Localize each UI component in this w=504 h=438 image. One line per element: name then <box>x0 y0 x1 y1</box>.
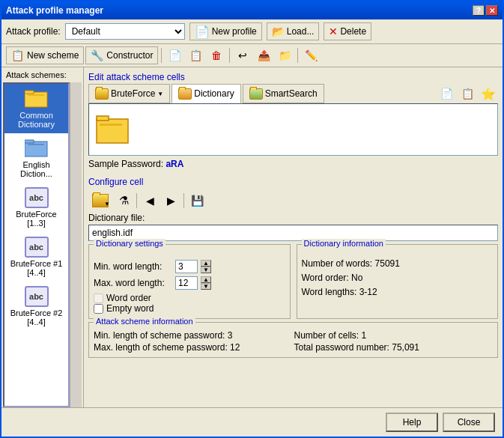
attack-tabs: BruteForce ▼ Dictionary SmartSearch 📄 <box>88 84 498 103</box>
nav-left-button[interactable]: ◀ <box>140 192 160 210</box>
load-icon: 📂 <box>272 25 285 37</box>
delete-cell-icon: ⭐ <box>481 87 496 101</box>
bottom-bar: Help Close <box>1 407 503 437</box>
dictionary-settings-box: Dictionary settings Min. word length: ▲ … <box>88 244 291 319</box>
configure-toolbar: ▼ ⚗ ◀ ▶ 💾 <box>88 192 498 210</box>
word-order-text: Word order: No <box>302 271 494 285</box>
min-word-spinner: ▲ ▼ <box>201 260 211 273</box>
edit-section-title: Edit attack scheme cells <box>88 72 498 82</box>
help-button[interactable]: Help <box>386 413 438 432</box>
min-word-down-btn[interactable]: ▼ <box>201 267 211 273</box>
nav-right-icon: ▶ <box>167 195 175 207</box>
open-dict-button[interactable]: ▼ <box>88 192 112 210</box>
svg-rect-5 <box>28 144 44 145</box>
list-item[interactable]: abc BruteForce #1[4..4] <box>4 232 68 282</box>
folder-blue-icon <box>25 138 49 159</box>
tab-smartsearch[interactable]: SmartSearch <box>243 84 324 103</box>
delete-scheme-button[interactable]: 🗑 <box>207 46 226 64</box>
constructor-button[interactable]: 🔧 Constructor <box>85 46 158 64</box>
max-word-up-btn[interactable]: ▲ <box>201 276 211 283</box>
max-word-row: Max. word length: ▲ ▼ <box>94 276 285 290</box>
num-words-text: Number of words: 75091 <box>302 257 494 271</box>
dict-settings-title: Dictionary settings <box>94 239 166 248</box>
scheme-item-label: BruteForce #1[4..4] <box>10 259 63 277</box>
attack-profile-label: Attack profile: <box>6 26 61 37</box>
empty-word-checkbox[interactable] <box>94 304 103 314</box>
svg-rect-6 <box>97 119 128 143</box>
list-item[interactable]: abc BruteForce #2[4..4] <box>4 282 68 331</box>
min-word-row: Min. word length: ▲ ▼ <box>94 260 285 273</box>
save-icon: 💾 <box>191 195 204 207</box>
min-word-up-btn[interactable]: ▲ <box>201 260 211 267</box>
main-window: Attack profile manager ? ✕ Attack profil… <box>0 0 504 438</box>
filter-button[interactable]: ⚗ <box>114 192 133 210</box>
dict-file-section: Dictionary file: <box>88 213 498 241</box>
sep4 <box>136 193 137 208</box>
brute-force-2-icon: abc <box>25 286 49 307</box>
toolbar-row-1: Attack profile: Default 📄 New profile 📂 … <box>1 19 503 44</box>
nav-right-button[interactable]: ▶ <box>161 192 180 210</box>
right-panel: Edit attack scheme cells BruteForce ▼ Di… <box>84 67 503 407</box>
clone-button[interactable]: 📁 <box>275 46 294 64</box>
total-password-text: Total password number: 75,091 <box>294 342 494 353</box>
edit-button[interactable]: ✏️ <box>301 46 321 64</box>
min-word-input[interactable] <box>175 260 198 273</box>
delete-icon: ✕ <box>329 25 338 37</box>
close-button[interactable]: Close <box>443 413 495 432</box>
dict-file-label: Dictionary file: <box>88 213 498 223</box>
paste-cell-button[interactable]: 📋 <box>458 85 477 103</box>
new-scheme-icon: 📋 <box>11 49 24 61</box>
svg-rect-1 <box>25 91 34 94</box>
dropdown-arrow-icon: ▼ <box>157 91 163 97</box>
word-order-checkbox[interactable] <box>94 293 103 303</box>
paste-scheme-button[interactable]: 📋 <box>186 46 205 64</box>
new-scheme-button[interactable]: 📋 New scheme <box>6 46 84 64</box>
word-lengths-text: Word lengths: 3-12 <box>302 285 494 299</box>
copy-scheme-button[interactable]: 📄 <box>165 46 184 64</box>
scheme-list[interactable]: CommonDictionary EnglishDiction... ab <box>3 82 70 407</box>
edit-section: Edit attack scheme cells BruteForce ▼ Di… <box>88 72 498 172</box>
close-title-btn[interactable]: ✕ <box>486 5 498 16</box>
move-up-button[interactable]: ↩ <box>233 46 252 64</box>
move-down-button[interactable]: 📤 <box>254 46 273 64</box>
word-order-row: Word order <box>94 293 285 303</box>
profile-select[interactable]: Default <box>65 23 185 40</box>
min-scheme-length-text: Min. length of scheme password: 3 <box>94 330 293 341</box>
save-dict-button[interactable]: 💾 <box>187 192 207 210</box>
left-panel: Attack schemes: CommonDictionary <box>1 67 84 407</box>
move-up-icon: ↩ <box>238 49 247 61</box>
settings-row: Dictionary settings Min. word length: ▲ … <box>88 244 498 319</box>
list-item[interactable]: EnglishDiction... <box>4 133 68 183</box>
constructor-icon: 🔧 <box>91 49 103 61</box>
max-scheme-length-text: Max. length of scheme password: 12 <box>94 342 293 353</box>
num-cells-text: Number of cells: 1 <box>294 330 494 341</box>
list-item[interactable]: abc BruteForce[1..3] <box>4 183 68 232</box>
scheme-scrollbar[interactable] <box>70 82 82 407</box>
folder-yellow-icon <box>25 88 49 109</box>
delete-cell-button[interactable]: ⭐ <box>479 85 498 103</box>
attack-schemes-label: Attack schemes: <box>1 67 83 82</box>
max-word-down-btn[interactable]: ▼ <box>201 283 211 290</box>
move-down-icon: 📤 <box>258 49 270 61</box>
new-profile-icon: 📄 <box>195 25 210 39</box>
toolbar-row-2: 📋 New scheme 🔧 Constructor 📄 📋 🗑 ↩ 📤 📁 <box>1 44 503 67</box>
tab-dictionary[interactable]: Dictionary <box>171 84 240 103</box>
min-word-label: Min. word length: <box>94 261 172 272</box>
separator-3 <box>297 48 298 63</box>
delete-button[interactable]: ✕ Delete <box>324 22 371 40</box>
configure-cell-title: Configure cell <box>88 177 498 187</box>
help-title-btn[interactable]: ? <box>473 5 485 16</box>
list-item[interactable]: CommonDictionary <box>4 84 68 133</box>
tab-bruteforce[interactable]: BruteForce ▼ <box>88 84 170 103</box>
max-word-label: Max. word length: <box>94 278 172 288</box>
word-order-section: Word order Empty word <box>94 293 285 314</box>
scheme-item-label: EnglishDiction... <box>20 160 52 178</box>
edit-icon: ✏️ <box>305 49 318 61</box>
max-word-input[interactable] <box>175 276 198 290</box>
copy-cell-button[interactable]: 📄 <box>437 85 456 103</box>
brute-force-icon: abc <box>25 187 49 208</box>
sample-password-value: aRA <box>166 159 183 169</box>
new-profile-button[interactable]: 📄 New profile <box>189 22 262 40</box>
load-button[interactable]: 📂 Load... <box>267 22 320 40</box>
svg-rect-4 <box>25 140 34 143</box>
